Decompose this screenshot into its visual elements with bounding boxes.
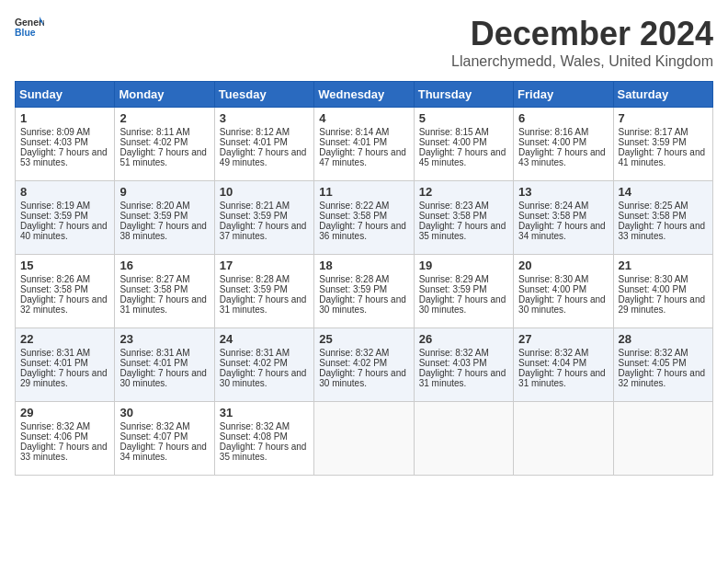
day-number: 17 bbox=[220, 259, 309, 272]
daylight-label: Daylight: 7 hours and 31 minutes. bbox=[119, 294, 207, 315]
calendar-cell: 1Sunrise: 8:09 AMSunset: 4:03 PMDaylight… bbox=[16, 108, 115, 181]
day-number: 2 bbox=[119, 111, 209, 125]
sunset: Sunset: 4:01 PM bbox=[220, 137, 288, 147]
header-monday: Monday bbox=[115, 82, 214, 108]
calendar-cell: 7Sunrise: 8:17 AMSunset: 3:59 PMDaylight… bbox=[613, 108, 712, 181]
calendar-cell: 17Sunrise: 8:28 AMSunset: 3:59 PMDayligh… bbox=[214, 255, 313, 328]
sunrise: Sunrise: 8:26 AM bbox=[20, 274, 90, 284]
calendar-table: Sunday Monday Tuesday Wednesday Thursday… bbox=[15, 81, 713, 476]
daylight-label: Daylight: 7 hours and 38 minutes. bbox=[119, 221, 207, 241]
header-sunday: Sunday bbox=[16, 82, 115, 108]
daylight-label: Daylight: 7 hours and 43 minutes. bbox=[518, 147, 606, 167]
sunset: Sunset: 3:58 PM bbox=[20, 284, 88, 294]
day-number: 5 bbox=[419, 111, 508, 125]
daylight-label: Daylight: 7 hours and 45 minutes. bbox=[419, 147, 506, 167]
calendar-cell bbox=[414, 402, 513, 476]
calendar-cell: 27Sunrise: 8:32 AMSunset: 4:04 PMDayligh… bbox=[514, 328, 613, 402]
sunrise: Sunrise: 8:25 AM bbox=[619, 201, 688, 211]
sunset: Sunset: 3:58 PM bbox=[619, 211, 687, 221]
day-number: 29 bbox=[20, 406, 109, 419]
calendar-cell: 2Sunrise: 8:11 AMSunset: 4:02 PMDaylight… bbox=[115, 108, 214, 181]
sunset: Sunset: 4:01 PM bbox=[119, 358, 188, 368]
sunrise: Sunrise: 8:22 AM bbox=[319, 201, 389, 211]
sunrise: Sunrise: 8:19 AM bbox=[20, 201, 90, 211]
calendar-row-3: 22Sunrise: 8:31 AMSunset: 4:01 PMDayligh… bbox=[16, 328, 713, 402]
sunset: Sunset: 4:03 PM bbox=[20, 137, 88, 147]
sunrise: Sunrise: 8:17 AM bbox=[619, 127, 688, 137]
daylight-label: Daylight: 7 hours and 34 minutes. bbox=[518, 221, 606, 241]
daylight-label: Daylight: 7 hours and 33 minutes. bbox=[619, 221, 706, 241]
sunrise: Sunrise: 8:32 AM bbox=[518, 348, 588, 358]
day-number: 28 bbox=[619, 332, 708, 346]
sunset: Sunset: 3:59 PM bbox=[319, 284, 387, 294]
daylight-label: Daylight: 7 hours and 40 minutes. bbox=[20, 221, 108, 241]
daylight-label: Daylight: 7 hours and 29 minutes. bbox=[619, 294, 706, 315]
calendar-row-0: 1Sunrise: 8:09 AMSunset: 4:03 PMDaylight… bbox=[16, 108, 713, 181]
sunrise: Sunrise: 8:31 AM bbox=[220, 348, 290, 358]
calendar-cell: 13Sunrise: 8:24 AMSunset: 3:58 PMDayligh… bbox=[514, 181, 613, 255]
day-number: 22 bbox=[20, 332, 109, 346]
header-saturday: Saturday bbox=[613, 82, 712, 108]
svg-text:Blue: Blue bbox=[15, 28, 36, 38]
calendar-cell bbox=[514, 402, 613, 476]
daylight-label: Daylight: 7 hours and 31 minutes. bbox=[518, 368, 606, 388]
calendar-cell: 21Sunrise: 8:30 AMSunset: 4:00 PMDayligh… bbox=[613, 255, 712, 328]
sunrise: Sunrise: 8:15 AM bbox=[419, 127, 489, 137]
sunset: Sunset: 3:59 PM bbox=[220, 284, 288, 294]
calendar-cell: 8Sunrise: 8:19 AMSunset: 3:59 PMDaylight… bbox=[16, 181, 115, 255]
sunset: Sunset: 4:00 PM bbox=[419, 137, 487, 147]
daylight-label: Daylight: 7 hours and 34 minutes. bbox=[119, 442, 207, 462]
sunrise: Sunrise: 8:09 AM bbox=[20, 127, 90, 137]
sunrise: Sunrise: 8:29 AM bbox=[419, 274, 489, 284]
logo: General Blue bbox=[15, 15, 44, 40]
calendar-cell: 4Sunrise: 8:14 AMSunset: 4:01 PMDaylight… bbox=[314, 108, 414, 181]
calendar-cell bbox=[314, 402, 414, 476]
sunrise: Sunrise: 8:31 AM bbox=[119, 348, 189, 358]
daylight-label: Daylight: 7 hours and 31 minutes. bbox=[220, 294, 307, 315]
calendar-cell: 16Sunrise: 8:27 AMSunset: 3:58 PMDayligh… bbox=[115, 255, 214, 328]
header-friday: Friday bbox=[514, 82, 613, 108]
header-wednesday: Wednesday bbox=[314, 82, 414, 108]
sunrise: Sunrise: 8:30 AM bbox=[518, 274, 588, 284]
daylight-label: Daylight: 7 hours and 30 minutes. bbox=[518, 294, 606, 315]
header-thursday: Thursday bbox=[414, 82, 513, 108]
logo-icon: General Blue bbox=[15, 15, 44, 40]
day-number: 11 bbox=[319, 185, 408, 199]
sunset: Sunset: 4:05 PM bbox=[619, 358, 687, 368]
daylight-label: Daylight: 7 hours and 33 minutes. bbox=[20, 442, 108, 462]
sunset: Sunset: 4:06 PM bbox=[20, 431, 88, 442]
sunset: Sunset: 4:07 PM bbox=[119, 431, 188, 442]
day-number: 25 bbox=[319, 332, 408, 346]
day-number: 23 bbox=[119, 332, 209, 346]
day-number: 19 bbox=[419, 259, 508, 272]
day-number: 6 bbox=[518, 111, 608, 125]
daylight-label: Daylight: 7 hours and 47 minutes. bbox=[319, 147, 406, 167]
calendar-cell: 28Sunrise: 8:32 AMSunset: 4:05 PMDayligh… bbox=[613, 328, 712, 402]
sunrise: Sunrise: 8:20 AM bbox=[119, 201, 189, 211]
calendar-cell: 6Sunrise: 8:16 AMSunset: 4:00 PMDaylight… bbox=[514, 108, 613, 181]
sunset: Sunset: 4:02 PM bbox=[319, 358, 387, 368]
calendar-cell: 25Sunrise: 8:32 AMSunset: 4:02 PMDayligh… bbox=[314, 328, 414, 402]
sunset: Sunset: 3:59 PM bbox=[20, 211, 88, 221]
sunrise: Sunrise: 8:28 AM bbox=[319, 274, 389, 284]
day-number: 20 bbox=[518, 259, 608, 272]
day-number: 12 bbox=[419, 185, 508, 199]
day-number: 14 bbox=[619, 185, 708, 199]
daylight-label: Daylight: 7 hours and 30 minutes. bbox=[419, 294, 506, 315]
calendar-cell: 11Sunrise: 8:22 AMSunset: 3:58 PMDayligh… bbox=[314, 181, 414, 255]
header: General Blue December 2024 Llanerchymedd… bbox=[15, 15, 713, 70]
sunset: Sunset: 4:01 PM bbox=[319, 137, 387, 147]
daylight-label: Daylight: 7 hours and 30 minutes. bbox=[119, 368, 207, 388]
sunrise: Sunrise: 8:32 AM bbox=[619, 348, 688, 358]
sunrise: Sunrise: 8:31 AM bbox=[20, 348, 90, 358]
sunrise: Sunrise: 8:32 AM bbox=[319, 348, 389, 358]
sunset: Sunset: 3:59 PM bbox=[419, 284, 487, 294]
calendar-row-1: 8Sunrise: 8:19 AMSunset: 3:59 PMDaylight… bbox=[16, 181, 713, 255]
calendar-cell: 3Sunrise: 8:12 AMSunset: 4:01 PMDaylight… bbox=[214, 108, 313, 181]
daylight-label: Daylight: 7 hours and 53 minutes. bbox=[20, 147, 108, 167]
calendar-cell: 30Sunrise: 8:32 AMSunset: 4:07 PMDayligh… bbox=[115, 402, 214, 476]
sunrise: Sunrise: 8:21 AM bbox=[220, 201, 290, 211]
day-number: 13 bbox=[518, 185, 608, 199]
daylight-label: Daylight: 7 hours and 29 minutes. bbox=[20, 368, 108, 388]
calendar-row-4: 29Sunrise: 8:32 AMSunset: 4:06 PMDayligh… bbox=[16, 402, 713, 476]
